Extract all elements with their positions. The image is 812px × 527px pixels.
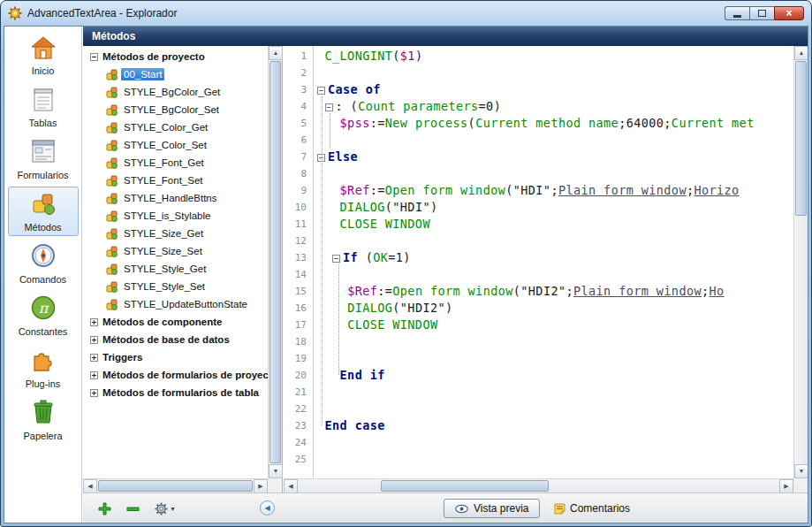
tree-item-label: STYLE_Size_Set <box>121 245 205 257</box>
scroll-down-button[interactable]: ▼ <box>269 464 283 478</box>
sidebar-item-metodos[interactable]: Métodos <box>8 187 79 236</box>
sidebar-item-plugins[interactable]: Plug-ins <box>8 343 79 393</box>
sidebar-item-formularios[interactable]: Formularios <box>8 134 79 184</box>
collapse-icon[interactable]: − <box>90 53 98 61</box>
sidebar-item-tablas[interactable]: Tablas <box>8 82 79 132</box>
scrollbar-thumb[interactable] <box>795 61 807 216</box>
expand-icon[interactable]: + <box>90 336 98 344</box>
code-line: End if <box>317 367 793 384</box>
expand-icon[interactable]: + <box>90 354 98 362</box>
scrollbar-thumb[interactable] <box>98 480 253 492</box>
scroll-left-button[interactable]: ◀ <box>83 479 97 493</box>
line-number: 20 <box>284 367 313 384</box>
comments-button[interactable]: Comentarios <box>554 500 630 516</box>
method-icon <box>106 140 118 151</box>
tree-item[interactable]: STYLE_HandleBttns <box>83 189 268 207</box>
collapse-panel-button[interactable]: ◀ <box>260 500 275 516</box>
tree-item-label: STYLE_UpdateButtonState <box>121 298 250 310</box>
tree-section[interactable]: −Métodos de proyecto <box>83 48 268 65</box>
tree-section[interactable]: +Métodos de formularios de tabla <box>83 384 268 401</box>
tree-section-label: Métodos de base de datos <box>102 334 230 345</box>
sidebar-item-constantes[interactable]: π Constantes <box>8 291 79 340</box>
app-gear-icon[interactable] <box>8 6 22 20</box>
expand-icon[interactable]: + <box>90 371 98 379</box>
tree-item[interactable]: STYLE_BgColor_Get <box>83 83 268 101</box>
line-number: 1 <box>284 48 313 65</box>
scrollbar-thumb[interactable] <box>381 480 549 492</box>
code-line: DIALOG("HDI") <box>317 199 793 216</box>
sidebar-item-label: Métodos <box>24 222 61 233</box>
tree-item[interactable]: STYLE_Style_Set <box>83 278 268 295</box>
actions-menu-button[interactable]: ▼ <box>152 500 178 516</box>
sidebar-item-label: Papelera <box>23 431 62 441</box>
tree-item[interactable]: STYLE_Size_Set <box>83 242 268 260</box>
code-line: −Else <box>317 149 793 165</box>
tree-item[interactable]: STYLE_Font_Set <box>83 172 268 189</box>
tree-item-label: STYLE_Font_Get <box>121 157 207 169</box>
code-line <box>317 233 793 249</box>
line-number: 7 <box>284 149 313 165</box>
tree-item[interactable]: STYLE_Size_Get <box>83 225 268 242</box>
delete-method-button[interactable] <box>124 500 141 516</box>
methods-tree-panel: −Métodos de proyecto00_StartSTYLE_BgColo… <box>83 46 283 493</box>
code-token: End if <box>340 368 385 382</box>
scroll-left-button[interactable]: ◀ <box>284 479 298 493</box>
tree-item[interactable]: STYLE_is_Stylable <box>83 207 268 225</box>
tree-section[interactable]: +Métodos de base de datos <box>83 331 268 348</box>
scroll-down-button[interactable]: ▼ <box>794 464 808 478</box>
tree-item[interactable]: STYLE_Style_Get <box>83 260 268 278</box>
window-title: AdvancedTextArea - Explorador <box>27 7 177 19</box>
tree-item[interactable]: STYLE_Color_Get <box>83 118 268 136</box>
tree-section[interactable]: +Métodos de componente <box>83 313 268 331</box>
fold-toggle-icon[interactable]: − <box>317 87 325 95</box>
code-line <box>317 266 793 283</box>
code-line <box>317 132 793 149</box>
close-button[interactable]: × <box>774 6 804 20</box>
sidebar-item-comandos[interactable]: Comandos <box>8 239 79 288</box>
preview-button[interactable]: Vista previa <box>444 499 540 518</box>
method-icon <box>106 228 118 240</box>
tree-item[interactable]: STYLE_BgColor_Set <box>83 101 268 118</box>
tree-section[interactable]: +Triggers <box>83 348 268 366</box>
scroll-right-button[interactable]: ▶ <box>254 479 268 493</box>
method-icon <box>106 157 118 169</box>
line-number: 8 <box>284 165 313 182</box>
tree-item[interactable]: STYLE_Font_Get <box>83 154 268 172</box>
expand-icon[interactable]: + <box>90 389 98 397</box>
tree-item[interactable]: 00_Start <box>83 65 268 83</box>
code-line: −: (Count parameters=0) <box>317 98 793 115</box>
line-number: 11 <box>284 216 313 233</box>
scroll-up-button[interactable]: ▲ <box>794 46 808 60</box>
tree-horizontal-scrollbar[interactable]: ◀ ▶ <box>83 478 268 493</box>
code-lines: C_LONGINT($1)−Case of −: (Count paramete… <box>315 46 793 478</box>
fold-toggle-icon[interactable]: − <box>332 255 340 263</box>
add-method-button[interactable] <box>95 500 113 516</box>
sidebar-item-papelera[interactable]: Papelera <box>8 395 79 445</box>
expand-icon[interactable]: + <box>90 318 98 326</box>
tree-section[interactable]: +Métodos de formularios de proyecto <box>83 366 268 384</box>
tree-vertical-scrollbar[interactable]: ▲ ▼ <box>268 46 282 478</box>
sidebar-item-label: Tablas <box>29 118 57 128</box>
code-line <box>317 401 793 417</box>
title-bar[interactable]: AdvancedTextArea - Explorador × <box>1 1 811 26</box>
gear-icon <box>155 502 168 516</box>
code-token: ) <box>415 49 423 63</box>
code-token: ;64000; <box>618 116 672 130</box>
minimize-button[interactable] <box>725 6 749 20</box>
sidebar-item-label: Inicio <box>32 65 55 76</box>
editor-horizontal-scrollbar[interactable]: ◀ ▶ <box>284 478 793 493</box>
scroll-right-button[interactable]: ▶ <box>779 479 793 493</box>
code-editor[interactable]: 1234567891011121314151617181920212223242… <box>284 46 808 493</box>
tree-item[interactable]: STYLE_UpdateButtonState <box>83 295 268 313</box>
fold-toggle-icon[interactable]: − <box>325 103 333 111</box>
sidebar-item-inicio[interactable]: Inicio <box>8 32 79 80</box>
method-icon <box>106 69 118 80</box>
editor-vertical-scrollbar[interactable]: ▲ ▼ <box>793 46 808 478</box>
code-token: ("HDI2") <box>392 301 452 315</box>
maximize-button[interactable] <box>749 6 774 20</box>
plugins-icon <box>30 347 57 377</box>
explorer-window: AdvancedTextArea - Explorador × Inicio T… <box>0 0 812 527</box>
scroll-up-button[interactable]: ▲ <box>269 46 283 60</box>
tree-item[interactable]: STYLE_Color_Set <box>83 136 268 154</box>
scrollbar-thumb[interactable] <box>269 61 281 463</box>
